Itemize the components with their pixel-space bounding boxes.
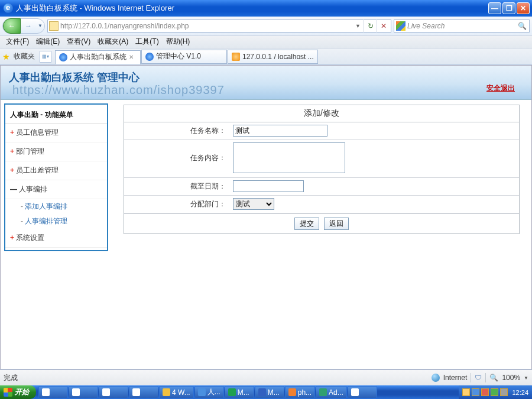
start-label: 开始 (15, 387, 29, 397)
taskbar-item[interactable]: Ad... (316, 386, 347, 398)
form-title: 添加/修改 (124, 105, 519, 122)
menu-file[interactable]: 文件(F) (2, 35, 33, 48)
taskbar-item[interactable]: 4 W... (159, 386, 194, 398)
taskbar-item[interactable] (38, 386, 68, 398)
ie-icon (198, 388, 206, 396)
taskbar-item[interactable]: M... (225, 386, 254, 398)
search-placeholder: Live Search (407, 22, 516, 30)
sidebar-sub-manage-schedule[interactable]: 人事编排管理 (5, 214, 107, 229)
nav-history-dropdown[interactable]: ▼ (36, 23, 44, 28)
sidebar-item-settings[interactable]: +系统设置 (5, 229, 107, 248)
word-icon (258, 388, 266, 396)
app-header: 人事出勤白板系统 管理中心 https://www.huzhan.com/ish… (1, 66, 531, 100)
deadline-input[interactable] (233, 180, 304, 192)
app-icon (42, 388, 50, 396)
search-box[interactable]: Live Search 🔍 (394, 20, 530, 33)
refresh-button[interactable]: ↻ (364, 20, 377, 33)
menu-tools[interactable]: 工具(T) (132, 35, 162, 48)
tray-icon[interactable] (481, 388, 489, 396)
forward-button[interactable]: → (21, 18, 36, 34)
sidebar-item-department[interactable]: +部门管理 (5, 142, 107, 161)
menu-help[interactable]: 帮助(H) (163, 35, 194, 48)
protected-mode-icon[interactable]: 🛡 (475, 374, 482, 382)
tray-icon[interactable] (500, 388, 508, 396)
app-title: 人事出勤白板系统 管理中心 (9, 70, 140, 85)
tray-icon[interactable] (472, 388, 479, 396)
address-dropdown-icon[interactable]: ▼ (355, 23, 364, 29)
menu-edit[interactable]: 编辑(E) (33, 35, 63, 48)
window-titlebar: 人事出勤白板系统 - Windows Internet Explorer — ❐… (0, 0, 532, 17)
menu-view[interactable]: 查看(V) (63, 35, 94, 48)
sidebar-item-employee-info[interactable]: +员工信息管理 (5, 124, 107, 142)
taskbar-item[interactable]: M... (255, 386, 284, 398)
back-button[interactable]: 返回 (324, 218, 349, 230)
dreamweaver-icon (319, 388, 327, 396)
department-label: 分配部门： (124, 196, 231, 213)
task-name-input[interactable] (233, 125, 327, 137)
windows-logo-icon (4, 388, 12, 397)
url-text: http://127.0.0.1/nanyangrenshi/index.php (60, 22, 355, 30)
main-content: 添加/修改 任务名称： 任务内容： 截至日期： 分配部门： 测试 (112, 100, 531, 369)
sidebar-item-label: 员工出差管理 (16, 166, 59, 174)
zone-label: Internet (443, 374, 468, 382)
tab-attendance[interactable]: 人事出勤白板系统 ✕ (55, 50, 141, 64)
search-go-icon[interactable]: 🔍 (518, 22, 527, 30)
tab-label: 管理中心 V1.0 (156, 51, 201, 61)
sidebar-title: 人事出勤 - 功能菜单 (5, 107, 107, 124)
app-icon (351, 388, 359, 396)
taskbar-item[interactable]: 人... (194, 386, 224, 398)
status-separator (485, 373, 486, 382)
tray-icon[interactable] (491, 388, 498, 396)
taskbar-label: M... (268, 388, 280, 397)
sidebar: 人事出勤 - 功能菜单 +员工信息管理 +部门管理 +员工出差管理 —人事编排 … (1, 100, 112, 369)
maximize-button[interactable]: ❐ (502, 2, 515, 14)
favorites-star-icon[interactable]: ★ (2, 52, 12, 61)
zoom-label[interactable]: 100% (502, 374, 520, 382)
window-title: 人事出勤白板系统 - Windows Internet Explorer (16, 3, 174, 14)
sidebar-item-scheduling[interactable]: —人事编排 (5, 180, 107, 199)
taskbar-item[interactable]: ph... (285, 386, 315, 398)
task-content-textarea[interactable] (233, 142, 345, 173)
taskbar-item[interactable] (129, 386, 158, 398)
excel-icon (228, 388, 236, 396)
tab-localhost[interactable]: 127.0.0.1 / localhost ... (228, 50, 318, 64)
taskbar-label: 4 W... (172, 388, 190, 397)
windows-taskbar: 开始 4 W... 人... M... M... ph... Ad... 12:… (0, 385, 532, 399)
taskbar-item[interactable] (348, 386, 377, 398)
sidebar-item-label: 员工信息管理 (16, 128, 59, 137)
taskbar-label: M... (238, 388, 249, 397)
browser-nav-row: ← → ▼ http://127.0.0.1/nanyangrenshi/ind… (0, 17, 532, 35)
status-separator (471, 373, 471, 382)
tab-admin-center[interactable]: 管理中心 V1.0 (141, 50, 227, 64)
address-bar[interactable]: http://127.0.0.1/nanyangrenshi/index.php… (47, 20, 391, 33)
minimize-button[interactable]: — (488, 2, 501, 14)
task-content-label: 任务内容： (124, 140, 231, 177)
sidebar-item-travel[interactable]: +员工出差管理 (5, 161, 107, 180)
logout-link[interactable]: 安全退出 (486, 83, 515, 93)
deadline-label: 截至日期： (124, 178, 231, 195)
ie-logo-icon (4, 4, 13, 13)
close-button[interactable]: ✕ (517, 2, 530, 14)
stop-button[interactable]: ✕ (377, 20, 390, 33)
wamp-icon (232, 53, 240, 61)
taskbar-item[interactable] (69, 386, 98, 398)
tray-icon[interactable] (462, 388, 470, 396)
start-button[interactable]: 开始 (0, 385, 36, 399)
search-provider-icon (396, 21, 406, 31)
submit-button[interactable]: 提交 (294, 218, 319, 230)
menu-favorites[interactable]: 收藏夹(A) (94, 35, 132, 48)
app-icon (72, 388, 80, 396)
zoom-icon[interactable]: 🔍 (489, 374, 498, 382)
sidebar-sub-add-schedule[interactable]: 添加人事编排 (5, 199, 107, 214)
back-button[interactable]: ← (3, 18, 21, 34)
department-select[interactable]: 测试 (233, 198, 274, 210)
taskbar-item[interactable] (99, 386, 128, 398)
favorites-label[interactable]: 收藏夹 (14, 51, 35, 61)
tab-label: 人事出勤白板系统 (70, 52, 126, 62)
quicktab-button[interactable]: ▦▾ (40, 51, 51, 63)
zoom-dropdown-icon[interactable]: ▼ (524, 375, 528, 381)
sidebar-item-label: 系统设置 (16, 233, 44, 242)
clock[interactable]: 12:24 (512, 389, 528, 396)
tab-close-icon[interactable]: ✕ (129, 54, 136, 60)
taskbar-label: 人... (207, 387, 220, 397)
